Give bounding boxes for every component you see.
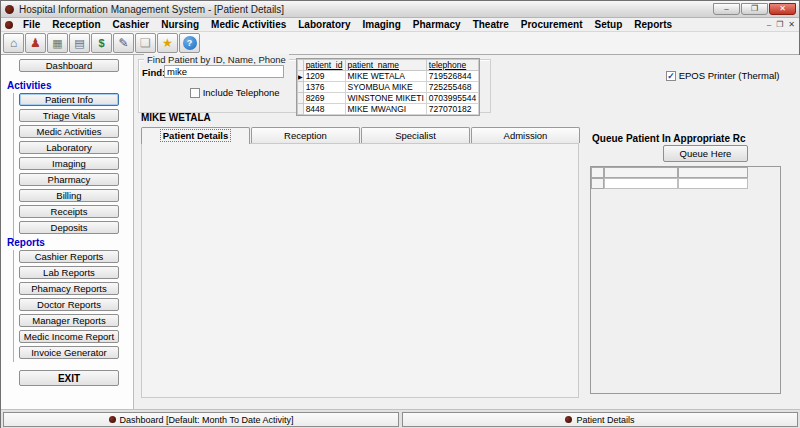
sidebar-patient-info-button[interactable]: Patient Info — [19, 93, 119, 106]
table-row[interactable]: 8269 WINSTONE MIKETI 0703995544 — [298, 93, 479, 104]
mdi-close-icon[interactable]: ✕ — [788, 18, 795, 32]
sidebar-medic-income-report-button[interactable]: Medic Income Report — [19, 330, 119, 343]
pen-icon: ✎ — [118, 36, 128, 50]
tab-specialist[interactable]: Specialist — [361, 127, 470, 143]
calculator-icon: ▦ — [52, 37, 62, 50]
menu-laboratory[interactable]: Laboratory — [292, 18, 356, 32]
window-icon — [109, 416, 116, 423]
title-bar: Hospital Information Management System -… — [1, 1, 799, 18]
document-button[interactable]: ❏ — [135, 33, 156, 53]
queue-row-selector-header — [591, 167, 604, 178]
queue-row-selector — [591, 178, 604, 189]
table-row[interactable]: ▶ 1209 MIKE WETALA 719526844 — [298, 71, 479, 82]
queue-cell[interactable] — [678, 178, 748, 189]
bottom-tab-patient-details[interactable]: Patient Details — [402, 412, 798, 427]
app-logo-icon — [5, 5, 14, 14]
include-telephone-checkbox[interactable] — [190, 88, 200, 98]
menu-medic-activities[interactable]: Medic Activities — [205, 18, 292, 32]
patient-tabstrip: Patient Details Reception Specialist Adm… — [141, 127, 581, 144]
home-icon: ⌂ — [10, 36, 17, 50]
table-row[interactable]: 8448 MIKE MWANGI 727070182 — [298, 104, 479, 115]
queue-column-header[interactable] — [604, 167, 678, 178]
restore-button[interactable]: ❐ — [741, 3, 768, 15]
queue-grid[interactable] — [590, 166, 781, 394]
close-button[interactable]: ✕ — [769, 3, 796, 15]
queue-cell[interactable] — [604, 178, 678, 189]
sidebar-cashier-reports-button[interactable]: Cashier Reports — [19, 250, 119, 263]
minimize-button[interactable]: – — [713, 3, 740, 15]
queue-column-header[interactable] — [678, 167, 748, 178]
tab-reception[interactable]: Reception — [251, 127, 360, 143]
calculator-button[interactable]: ▦ — [47, 33, 68, 53]
epos-printer-checkbox[interactable]: ✓ — [666, 71, 676, 81]
sidebar: Dashboard Activities Patient Info Triage… — [1, 55, 134, 409]
col-patient-id[interactable]: patient_id — [303, 60, 345, 71]
col-patient-name[interactable]: patient_name — [345, 60, 426, 71]
sidebar-pharmacy-button[interactable]: Pharmacy — [19, 173, 119, 186]
app-window: Hospital Information Management System -… — [0, 0, 800, 428]
add-patient-button[interactable]: ♟ — [25, 33, 46, 53]
records-button[interactable]: ▤ — [69, 33, 90, 53]
epos-printer-option[interactable]: ✓ EPOS Printer (Thermal) — [666, 70, 779, 81]
content-area: Find Patient by ID, Name, Phone Find: In… — [134, 55, 800, 409]
home-button[interactable]: ⌂ — [3, 33, 24, 53]
document-icon: ❏ — [140, 36, 151, 50]
menu-reception[interactable]: Reception — [46, 18, 106, 32]
queue-panel-title: Queue Patient In Appropriate Rc — [592, 133, 746, 144]
patient-details-tabpage — [141, 143, 579, 398]
sidebar-dashboard-button[interactable]: Dashboard — [19, 59, 119, 72]
menu-nursing[interactable]: Nursing — [155, 18, 205, 32]
menu-imaging[interactable]: Imaging — [357, 18, 407, 32]
menu-bar: File Reception Cashier Nursing Medic Act… — [1, 18, 799, 32]
bottom-window-bar: Dashboard [Default: Month To Date Activi… — [1, 409, 800, 428]
menu-procurement[interactable]: Procurement — [515, 18, 589, 32]
patient-results-grid[interactable]: patient_id patient_name telephone ▶ 1209… — [296, 58, 480, 116]
bottom-tab-dashboard[interactable]: Dashboard [Default: Month To Date Activi… — [3, 412, 399, 427]
tab-admission[interactable]: Admission — [471, 127, 580, 143]
find-label: Find: — [142, 67, 165, 78]
sidebar-laboratory-button[interactable]: Laboratory — [19, 141, 119, 154]
queue-here-button[interactable]: Queue Here — [663, 145, 748, 162]
include-telephone-option[interactable]: Include Telephone — [190, 87, 280, 98]
cash-button[interactable]: $ — [91, 33, 112, 53]
reports-group-line — [13, 250, 14, 362]
calendar-star-icon: ★ — [162, 36, 173, 50]
tab-patient-details[interactable]: Patient Details — [141, 127, 250, 144]
sidebar-doctor-reports-button[interactable]: Doctor Reports — [19, 298, 119, 311]
menu-cashier[interactable]: Cashier — [107, 18, 156, 32]
toolbar: ⌂ ♟ ▦ ▤ $ ✎ ❏ ★ ? — [1, 32, 799, 55]
find-group-label: Find Patient by ID, Name, Phone — [144, 54, 289, 65]
help-icon: ? — [183, 36, 197, 50]
col-telephone[interactable]: telephone — [426, 60, 478, 71]
sidebar-exit-button[interactable]: EXIT — [19, 370, 119, 386]
sidebar-lab-reports-button[interactable]: Lab Reports — [19, 266, 119, 279]
include-telephone-label: Include Telephone — [203, 87, 280, 98]
epos-printer-label: EPOS Printer (Thermal) — [679, 70, 780, 81]
sidebar-deposits-button[interactable]: Deposits — [19, 221, 119, 234]
sidebar-billing-button[interactable]: Billing — [19, 189, 119, 202]
cabinet-icon: ▤ — [74, 37, 84, 50]
find-input[interactable] — [164, 65, 284, 78]
window-title: Hospital Information Management System -… — [19, 4, 284, 15]
menu-pharmacy[interactable]: Pharmacy — [407, 18, 467, 32]
table-row[interactable]: 1376 SYOMBUA MIKE 725255468 — [298, 82, 479, 93]
sidebar-receipts-button[interactable]: Receipts — [19, 205, 119, 218]
mdi-child-icon — [5, 21, 13, 29]
calendar-button[interactable]: ★ — [157, 33, 178, 53]
mdi-minimize-icon[interactable]: – — [767, 18, 771, 32]
sidebar-medic-activities-button[interactable]: Medic Activities — [19, 125, 119, 138]
menu-setup[interactable]: Setup — [588, 18, 628, 32]
mdi-restore-icon[interactable]: ❐ — [776, 18, 783, 32]
sidebar-triage-vitals-button[interactable]: Triage Vitals — [19, 109, 119, 122]
sign-button[interactable]: ✎ — [113, 33, 134, 53]
activities-header: Activities — [7, 80, 51, 91]
sidebar-imaging-button[interactable]: Imaging — [19, 157, 119, 170]
menu-file[interactable]: File — [17, 18, 46, 32]
reports-header: Reports — [7, 237, 45, 248]
help-button[interactable]: ? — [179, 33, 200, 53]
sidebar-manager-reports-button[interactable]: Manager Reports — [19, 314, 119, 327]
menu-theatre[interactable]: Theatre — [467, 18, 515, 32]
sidebar-invoice-generator-button[interactable]: Invoice Generator — [19, 346, 119, 359]
sidebar-pharmacy-reports-button[interactable]: Phamacy Reports — [19, 282, 119, 295]
menu-reports[interactable]: Reports — [628, 18, 678, 32]
